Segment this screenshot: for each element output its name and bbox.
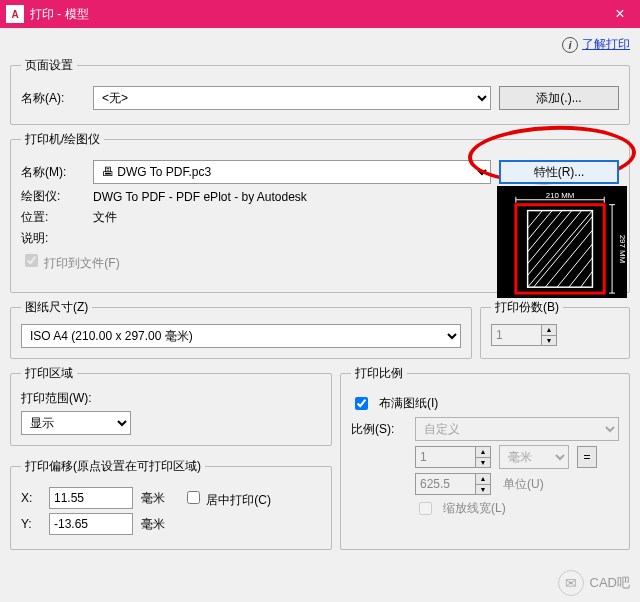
- properties-button[interactable]: 特性(R)...: [499, 160, 619, 184]
- scale-num2-spinner: ▲▼: [415, 473, 491, 495]
- print-area-legend: 打印区域: [21, 365, 77, 382]
- print-to-file-input: [25, 254, 38, 267]
- wechat-icon: ✉: [558, 570, 584, 596]
- paper-size-legend: 图纸尺寸(Z): [21, 299, 92, 316]
- scale-num1-input: [415, 446, 475, 468]
- center-print-input[interactable]: [187, 491, 200, 504]
- close-button[interactable]: ×: [600, 0, 640, 28]
- printer-name-label: 名称(M):: [21, 164, 85, 181]
- scale-num1-spinner: ▲▼: [415, 446, 491, 468]
- copies-legend: 打印份数(B): [491, 299, 563, 316]
- offset-x-label: X:: [21, 491, 41, 505]
- copies-group: 打印份数(B) ▲ ▼: [480, 299, 630, 359]
- location-label: 位置:: [21, 209, 85, 226]
- offset-y-unit: 毫米: [141, 516, 165, 533]
- titlebar: A 打印 - 模型 ×: [0, 0, 640, 28]
- copies-spinner[interactable]: ▲ ▼: [491, 324, 619, 346]
- watermark-text: CAD吧: [590, 574, 630, 592]
- window-title: 打印 - 模型: [30, 6, 600, 23]
- scale-group: 打印比例 布满图纸(I) 比例(S): 自定义 ▲▼: [340, 365, 630, 550]
- scale-unit1-select: 毫米: [499, 445, 569, 469]
- scale-num2-input: [415, 473, 475, 495]
- center-print-checkbox[interactable]: 居中打印(C): [183, 488, 271, 509]
- add-button[interactable]: 添加(.)...: [499, 86, 619, 110]
- scale-ratio-select: 自定义: [415, 417, 619, 441]
- info-icon[interactable]: i: [562, 37, 578, 53]
- print-range-label: 打印范围(W):: [21, 390, 321, 407]
- page-setup-group: 页面设置 名称(A): <无> 添加(.)...: [10, 57, 630, 125]
- help-link[interactable]: 了解打印: [582, 36, 630, 53]
- svg-text:210 MM: 210 MM: [546, 191, 574, 200]
- offset-y-input[interactable]: [49, 513, 133, 535]
- offset-x-unit: 毫米: [141, 490, 165, 507]
- print-range-select[interactable]: 显示: [21, 411, 131, 435]
- page-name-select[interactable]: <无>: [93, 86, 491, 110]
- copies-input: [491, 324, 541, 346]
- print-area-group: 打印区域 打印范围(W): 显示: [10, 365, 332, 446]
- dialog-content: i 了解打印 页面设置 名称(A): <无> 添加(.)... 打印机/绘图仪 …: [0, 28, 640, 602]
- paper-size-group: 图纸尺寸(Z) ISO A4 (210.00 x 297.00 毫米): [10, 299, 472, 359]
- paper-preview: 210 MM 297 MM: [497, 186, 627, 298]
- spinner-up-icon: ▲: [542, 325, 556, 336]
- description-label: 说明:: [21, 230, 85, 247]
- watermark: ✉ CAD吧: [558, 570, 630, 596]
- scale-lineweight-checkbox: 缩放线宽(L): [415, 499, 619, 518]
- scale-unit2-label: 单位(U): [499, 476, 569, 493]
- fit-paper-checkbox[interactable]: 布满图纸(I): [351, 394, 619, 413]
- location-value: 文件: [93, 209, 117, 226]
- printer-legend: 打印机/绘图仪: [21, 131, 104, 148]
- spinner-buttons: ▲ ▼: [541, 324, 557, 346]
- plotter-label: 绘图仪:: [21, 188, 85, 205]
- equals-button[interactable]: =: [577, 446, 597, 468]
- paper-size-select[interactable]: ISO A4 (210.00 x 297.00 毫米): [21, 324, 461, 348]
- spinner-down-icon: ▼: [542, 336, 556, 346]
- offset-y-label: Y:: [21, 517, 41, 531]
- offset-group: 打印偏移(原点设置在可打印区域) X: 毫米 居中打印(C) Y: 毫米: [10, 458, 332, 550]
- printer-name-select[interactable]: 🖶 DWG To PDF.pc3: [93, 160, 491, 184]
- page-setup-legend: 页面设置: [21, 57, 77, 74]
- scale-legend: 打印比例: [351, 365, 407, 382]
- app-icon: A: [6, 5, 24, 23]
- printer-group: 打印机/绘图仪 名称(M): 🖶 DWG To PDF.pc3 特性(R)...…: [10, 131, 630, 293]
- scale-ratio-label: 比例(S):: [351, 421, 407, 438]
- fit-paper-input[interactable]: [355, 397, 368, 410]
- plotter-value: DWG To PDF - PDF ePlot - by Autodesk: [93, 190, 307, 204]
- offset-legend: 打印偏移(原点设置在可打印区域): [21, 458, 205, 475]
- scale-lineweight-input: [419, 502, 432, 515]
- svg-text:297 MM: 297 MM: [618, 235, 626, 263]
- print-to-file-checkbox: 打印到文件(F): [21, 251, 120, 272]
- offset-x-input[interactable]: [49, 487, 133, 509]
- page-name-label: 名称(A):: [21, 90, 85, 107]
